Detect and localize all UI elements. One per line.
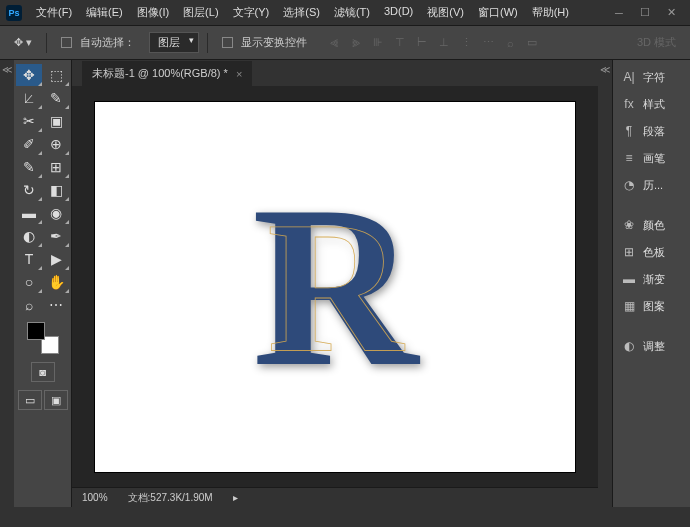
- styles-icon: fx: [621, 96, 637, 112]
- layer-dropdown[interactable]: 图层: [149, 32, 199, 53]
- panel-character[interactable]: A| 字符: [615, 64, 688, 90]
- more-options-icon[interactable]: ⋯: [479, 34, 497, 52]
- lasso-tool[interactable]: ⟀: [16, 87, 42, 109]
- foreground-color[interactable]: [27, 322, 45, 340]
- panels-dock: A| 字符 fx 样式 ¶ 段落 ≡ 画笔 ◔ 历... ❀ 颜色 ⊞ 色板 ▬: [612, 60, 690, 507]
- align-center-h-icon[interactable]: ⫸: [347, 34, 365, 52]
- denim-letter: R: [252, 172, 418, 402]
- document-tab-bar: 未标题-1 @ 100%(RGB/8) * ×: [72, 60, 598, 86]
- adjustments-icon: ◐: [621, 338, 637, 354]
- align-bottom-icon[interactable]: ⊥: [435, 34, 453, 52]
- distribute-icon[interactable]: ⋮: [457, 34, 475, 52]
- frame-tool[interactable]: ▣: [43, 110, 69, 132]
- panel-styles[interactable]: fx 样式: [615, 91, 688, 117]
- workspace-icon[interactable]: ▭: [523, 34, 541, 52]
- blur-tool[interactable]: ◉: [43, 202, 69, 224]
- panel-history[interactable]: ◔ 历...: [615, 172, 688, 198]
- menu-filter[interactable]: 滤镜(T): [328, 2, 376, 23]
- healing-tool[interactable]: ⊕: [43, 133, 69, 155]
- window-controls: ─ ☐ ✕: [612, 6, 684, 20]
- dodge-tool[interactable]: ◐: [16, 225, 42, 247]
- zoom-level[interactable]: 100%: [82, 492, 108, 503]
- auto-select-checkbox[interactable]: [61, 37, 72, 48]
- stamp-tool[interactable]: ⊞: [43, 156, 69, 178]
- shape-tool[interactable]: ○: [16, 271, 42, 293]
- show-transform-option[interactable]: 显示变换控件: [216, 32, 313, 53]
- quick-mask-row: ◙: [31, 362, 55, 382]
- auto-select-option[interactable]: 自动选择：: [55, 32, 141, 53]
- screen-mode-row: ▭ ▣: [18, 390, 68, 410]
- path-select-tool[interactable]: ▶: [43, 248, 69, 270]
- panel-patterns[interactable]: ▦ 图案: [615, 293, 688, 319]
- canvas[interactable]: R: [95, 102, 575, 472]
- edit-toolbar[interactable]: ⋯: [43, 294, 69, 316]
- panel-separator: [615, 199, 688, 211]
- menu-window[interactable]: 窗口(W): [472, 2, 524, 23]
- options-bar: ✥ ▾ 自动选择： 图层 显示变换控件 ⫷ ⫸ ⊪ ⊤ ⊢ ⊥ ⋮ ⋯ ⌕ ▭ …: [0, 26, 690, 60]
- menu-edit[interactable]: 编辑(E): [80, 2, 129, 23]
- zoom-tool[interactable]: ⌕: [16, 294, 42, 316]
- panel-swatches[interactable]: ⊞ 色板: [615, 239, 688, 265]
- document-tab-title: 未标题-1 @ 100%(RGB/8) *: [92, 66, 228, 81]
- panel-label: 段落: [643, 124, 665, 139]
- minimize-button[interactable]: ─: [612, 6, 626, 20]
- panel-gradient[interactable]: ▬ 渐变: [615, 266, 688, 292]
- maximize-button[interactable]: ☐: [638, 6, 652, 20]
- panel-label: 颜色: [643, 218, 665, 233]
- pen-tool[interactable]: ✒: [43, 225, 69, 247]
- history-brush-tool[interactable]: ↻: [16, 179, 42, 201]
- panel-separator: [615, 320, 688, 332]
- align-left-icon[interactable]: ⫷: [325, 34, 343, 52]
- menu-layer[interactable]: 图层(L): [177, 2, 224, 23]
- menu-image[interactable]: 图像(I): [131, 2, 175, 23]
- menu-select[interactable]: 选择(S): [277, 2, 326, 23]
- show-transform-checkbox[interactable]: [222, 37, 233, 48]
- status-arrow-icon[interactable]: ▸: [233, 492, 238, 503]
- document-info[interactable]: 文档:527.3K/1.90M: [128, 491, 213, 505]
- gradient-tool[interactable]: ▬: [16, 202, 42, 224]
- panel-color[interactable]: ❀ 颜色: [615, 212, 688, 238]
- document-tab[interactable]: 未标题-1 @ 100%(RGB/8) * ×: [82, 61, 252, 86]
- menu-view[interactable]: 视图(V): [421, 2, 470, 23]
- toolbox: ✥ ⬚ ⟀ ✎ ✂ ▣ ✐ ⊕ ✎ ⊞ ↻ ◧ ▬ ◉ ◐ ✒ T ▶ ○ ✋ …: [14, 60, 72, 507]
- tab-close-icon[interactable]: ×: [236, 68, 242, 80]
- align-top-icon[interactable]: ⊤: [391, 34, 409, 52]
- eyedropper-tool[interactable]: ✐: [16, 133, 42, 155]
- expand-left-icon[interactable]: ≪: [2, 64, 12, 75]
- screen-mode-button[interactable]: ▭: [18, 390, 42, 410]
- move-tool-indicator[interactable]: ✥ ▾: [8, 33, 38, 52]
- menu-type[interactable]: 文字(Y): [227, 2, 276, 23]
- crop-tool[interactable]: ✂: [16, 110, 42, 132]
- menu-3d[interactable]: 3D(D): [378, 2, 419, 23]
- move-tool[interactable]: ✥: [16, 64, 42, 86]
- left-dock-strip: ≪: [0, 60, 14, 507]
- panel-label: 渐变: [643, 272, 665, 287]
- marquee-tool[interactable]: ⬚: [43, 64, 69, 86]
- color-swatches[interactable]: [27, 322, 59, 354]
- expand-right-icon[interactable]: ≪: [600, 64, 610, 75]
- align-center-v-icon[interactable]: ⊢: [413, 34, 431, 52]
- align-right-icon[interactable]: ⊪: [369, 34, 387, 52]
- quick-mask-button[interactable]: ◙: [31, 362, 55, 382]
- panel-label: 样式: [643, 97, 665, 112]
- menu-file[interactable]: 文件(F): [30, 2, 78, 23]
- panel-brushes[interactable]: ≡ 画笔: [615, 145, 688, 171]
- panel-adjustments[interactable]: ◐ 调整: [615, 333, 688, 359]
- 3d-mode-button[interactable]: 3D 模式: [631, 32, 682, 53]
- search-icon[interactable]: ⌕: [501, 34, 519, 52]
- swatches-icon: ⊞: [621, 244, 637, 260]
- menu-help[interactable]: 帮助(H): [526, 2, 575, 23]
- show-transform-label: 显示变换控件: [241, 35, 307, 50]
- brush-tool[interactable]: ✎: [16, 156, 42, 178]
- close-button[interactable]: ✕: [664, 6, 678, 20]
- hand-tool[interactable]: ✋: [43, 271, 69, 293]
- paragraph-icon: ¶: [621, 123, 637, 139]
- align-buttons: ⫷ ⫸ ⊪ ⊤ ⊢ ⊥ ⋮ ⋯ ⌕ ▭: [325, 34, 541, 52]
- status-bar: 100% 文档:527.3K/1.90M ▸: [72, 487, 598, 507]
- panel-label: 调整: [643, 339, 665, 354]
- quick-select-tool[interactable]: ✎: [43, 87, 69, 109]
- type-tool[interactable]: T: [16, 248, 42, 270]
- screen-mode-alt-button[interactable]: ▣: [44, 390, 68, 410]
- eraser-tool[interactable]: ◧: [43, 179, 69, 201]
- panel-paragraph[interactable]: ¶ 段落: [615, 118, 688, 144]
